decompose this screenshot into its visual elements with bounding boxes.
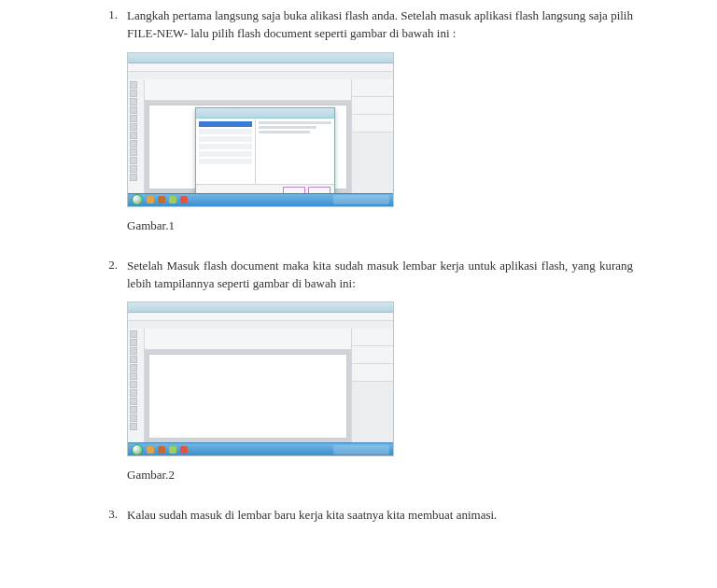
timeline-panel bbox=[145, 329, 351, 350]
step-text: Langkah pertama langsung saja buka alika… bbox=[127, 7, 633, 43]
main-area bbox=[128, 329, 393, 442]
stage-wrap bbox=[145, 79, 351, 193]
menubar bbox=[128, 63, 393, 72]
properties-panel bbox=[351, 329, 393, 442]
taskbar bbox=[128, 442, 393, 455]
window-titlebar bbox=[128, 302, 393, 313]
step-number: 1. bbox=[93, 7, 127, 250]
taskbar-icon bbox=[158, 446, 165, 454]
taskbar-icon bbox=[147, 196, 154, 203]
figure-caption: Gambar.1 bbox=[127, 218, 633, 233]
step-number: 2. bbox=[93, 258, 127, 500]
start-orb-icon bbox=[132, 194, 143, 205]
taskbar-icon bbox=[147, 446, 154, 454]
screenshot-1 bbox=[127, 52, 394, 207]
step-text: Setelah Masuk flash document maka kita s… bbox=[127, 258, 633, 293]
window-titlebar bbox=[128, 53, 393, 63]
new-document-dialog bbox=[195, 107, 335, 199]
taskbar bbox=[128, 193, 393, 206]
tools-panel bbox=[128, 329, 145, 442]
step-body: Langkah pertama langsung saja buka alika… bbox=[127, 7, 633, 250]
step-2: 2. Setelah Masuk flash document maka kit… bbox=[93, 258, 633, 500]
tools-panel bbox=[128, 79, 145, 193]
step-body: Setelah Masuk flash document maka kita s… bbox=[127, 258, 633, 500]
document-content: 1. Langkah pertama langsung saja buka al… bbox=[0, 0, 717, 560]
step-3: 3. Kalau sudah masuk di lembar baru kerj… bbox=[93, 507, 633, 534]
taskbar-icon bbox=[169, 196, 176, 203]
step-1: 1. Langkah pertama langsung saja buka al… bbox=[93, 7, 633, 250]
system-tray bbox=[333, 195, 389, 204]
taskbar-icon bbox=[158, 196, 165, 203]
taskbar-icon bbox=[180, 446, 188, 454]
figure-caption: Gambar.2 bbox=[127, 468, 633, 483]
taskbar-icon bbox=[169, 446, 176, 454]
dialog-titlebar bbox=[196, 108, 334, 119]
start-orb-icon bbox=[132, 444, 143, 455]
stage bbox=[148, 354, 347, 439]
menubar bbox=[128, 313, 393, 321]
step-number: 3. bbox=[93, 507, 127, 534]
taskbar-icon bbox=[180, 196, 188, 203]
properties-panel bbox=[351, 79, 393, 193]
dialog-type-list bbox=[196, 119, 256, 184]
screenshot-2 bbox=[127, 301, 394, 456]
step-body: Kalau sudah masuk di lembar baru kerja k… bbox=[127, 507, 633, 534]
step-text: Kalau sudah masuk di lembar baru kerja k… bbox=[127, 507, 633, 525]
dialog-description bbox=[256, 119, 334, 184]
stage-wrap bbox=[145, 329, 351, 442]
main-area bbox=[128, 79, 393, 193]
system-tray bbox=[333, 445, 389, 455]
timeline-panel bbox=[145, 79, 351, 101]
